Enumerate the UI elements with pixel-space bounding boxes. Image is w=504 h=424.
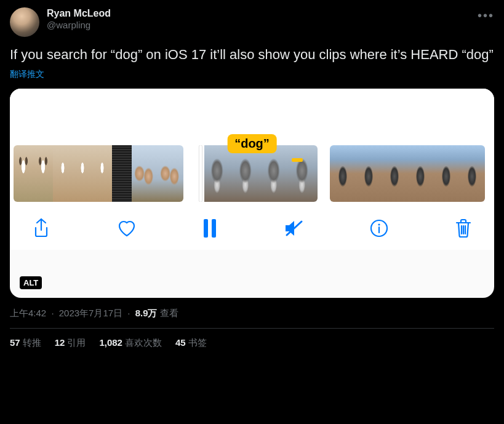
thumbnail-frame: [356, 145, 382, 202]
thumbnail-frame: [289, 145, 318, 202]
pause-icon[interactable]: [202, 219, 217, 238]
thumbnail-frame: [261, 145, 289, 202]
thumbnail-frame: [132, 145, 158, 202]
media-attachment[interactable]: “dog”: [10, 89, 494, 298]
search-term-chip: “dog”: [227, 134, 277, 153]
tweet-time[interactable]: 上午4:42: [10, 308, 46, 318]
tweet-meta: 上午4:42 · 2023年7月17日 · 8.9万 查看: [10, 308, 494, 319]
svg-point-4: [378, 223, 380, 225]
thumbnail-frame: [53, 145, 73, 202]
retweets-stat[interactable]: 57转推: [10, 337, 41, 349]
thumbnail-frame: [158, 145, 183, 202]
thumbnail-frame: [73, 145, 92, 202]
more-options-button[interactable]: •••: [478, 9, 494, 23]
translate-link[interactable]: 翻译推文: [10, 69, 44, 80]
thumbnail-frame: [33, 145, 53, 202]
thumbnail-frame: [233, 145, 261, 202]
thumbnail-frame: [112, 145, 132, 202]
heart-icon[interactable]: [116, 219, 137, 238]
tweet-date[interactable]: 2023年7月17日: [59, 308, 122, 318]
playhead[interactable]: [199, 145, 202, 202]
thumbnail-frame: [407, 145, 433, 202]
media-toolbar: [10, 202, 494, 250]
svg-rect-0: [204, 219, 208, 238]
views-count: 8.9万: [135, 308, 158, 318]
trash-icon[interactable]: [455, 218, 472, 238]
alt-badge[interactable]: ALT: [20, 276, 42, 289]
author-handle[interactable]: @warpling: [47, 20, 111, 31]
clip-3[interactable]: [330, 145, 485, 202]
author-display-name[interactable]: Ryan McLeod: [47, 7, 111, 20]
bookmarks-stat[interactable]: 45书签: [175, 337, 207, 349]
author-block: Ryan McLeod @warpling: [47, 7, 111, 31]
thumbnail-frame: [433, 145, 459, 202]
engagement-stats: 57转推 12引用 1,082喜欢次数 45书签: [10, 337, 494, 349]
likes-stat[interactable]: 1,082喜欢次数: [99, 337, 162, 349]
avatar[interactable]: [10, 7, 39, 37]
divider: [10, 328, 494, 329]
playhead-marker: [292, 158, 303, 162]
thumbnail-frame: [14, 145, 33, 202]
clip-2[interactable]: [196, 145, 318, 202]
share-icon[interactable]: [32, 218, 50, 239]
thumbnail-frame: [330, 145, 356, 202]
quotes-stat[interactable]: 12引用: [55, 337, 86, 349]
clip-1[interactable]: [14, 145, 183, 202]
thumbnail-frame: [459, 145, 485, 202]
tweet-header: Ryan McLeod @warpling •••: [10, 7, 494, 37]
video-filmstrip[interactable]: [10, 145, 494, 202]
thumbnail-frame: [92, 145, 112, 202]
thumbnail-frame: [382, 145, 407, 202]
tweet-text: If you search for “dog” on iOS 17 it’ll …: [10, 46, 494, 64]
svg-rect-1: [212, 219, 216, 238]
views-label: 查看: [160, 308, 178, 318]
thumbnail-frame: [204, 145, 233, 202]
mute-icon[interactable]: [283, 219, 304, 238]
info-icon[interactable]: [369, 218, 389, 238]
